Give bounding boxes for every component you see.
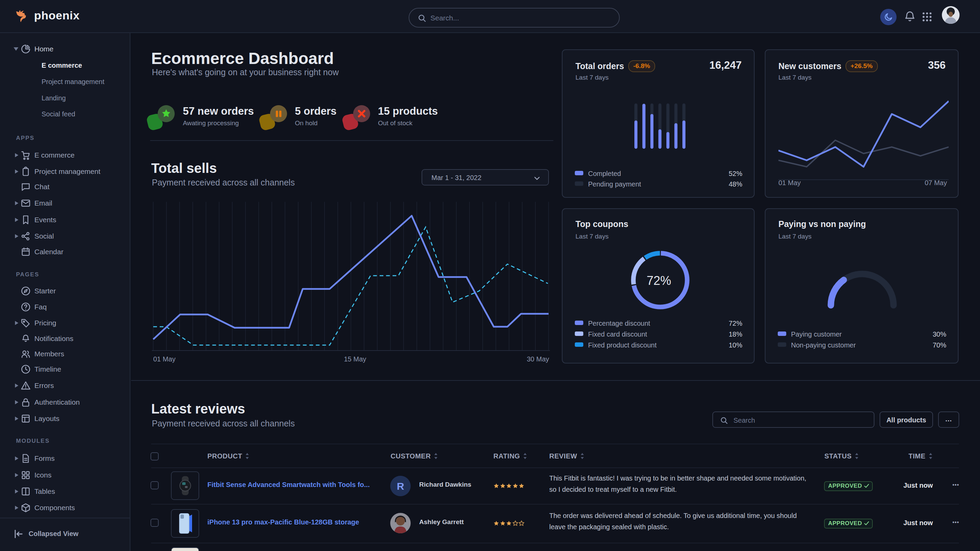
svg-text:R: R	[397, 481, 404, 492]
